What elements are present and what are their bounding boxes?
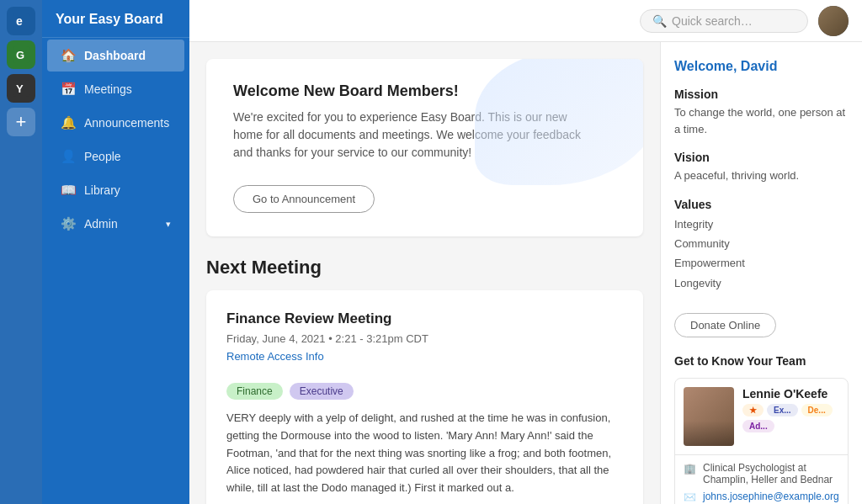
sidebar-item-library[interactable]: 📖 Library xyxy=(47,174,184,206)
admin-chevron-icon: ▾ xyxy=(166,219,171,230)
team-card-details: 🏢 Clinical Psychologist at Champlin, Hel… xyxy=(675,454,848,504)
team-badges: ★ Ex... De... xyxy=(742,404,833,416)
sidebar-label-people: People xyxy=(84,150,121,163)
right-panel: Welcome, David Mission To change the wor… xyxy=(660,42,862,504)
email-icon: ✉️ xyxy=(684,491,696,503)
team-section-heading: Get to Know Your Team xyxy=(674,354,849,368)
admin-icon: ⚙️ xyxy=(61,216,76,231)
ex-badge[interactable]: Ex... xyxy=(767,404,798,416)
search-bar[interactable]: 🔍 Quick search… xyxy=(640,9,808,33)
sidebar-label-announcements: Announcements xyxy=(84,116,169,130)
search-placeholder: Quick search… xyxy=(672,14,753,28)
go-to-announcement-button[interactable]: Go to Announcement xyxy=(233,185,375,213)
app-sidebar: e G Y + xyxy=(0,0,42,504)
team-section: Get to Know Your Team Lennie O'Keefe ★ E… xyxy=(674,354,849,504)
e-icon[interactable]: e xyxy=(7,7,35,35)
email-detail-row: ✉️ johns.josephine@example.org xyxy=(684,491,839,503)
mission-heading: Mission xyxy=(674,88,849,101)
team-card-top: Lennie O'Keefe ★ Ex... De... Ad... xyxy=(675,379,848,454)
finance-tag[interactable]: Finance xyxy=(226,383,283,400)
sidebar-item-announcements[interactable]: 🔔 Announcements xyxy=(47,107,184,139)
user-avatar[interactable] xyxy=(818,6,849,36)
ad-badge[interactable]: Ad... xyxy=(742,420,774,432)
mission-section: Mission To change the world, one person … xyxy=(674,88,849,137)
team-member-info: Lennie O'Keefe ★ Ex... De... Ad... xyxy=(742,387,833,446)
meeting-name: Finance Review Meeting xyxy=(226,310,623,327)
vision-text: A peaceful, thriving world. xyxy=(674,167,849,184)
star-badge[interactable]: ★ xyxy=(742,404,764,416)
meeting-date: Friday, June 4, 2021 • 2:21 - 3:21pm CDT xyxy=(226,332,623,345)
welcome-greeting: Welcome, David xyxy=(674,59,849,74)
mission-text: To change the world, one person at a tim… xyxy=(674,104,849,137)
top-header: 🔍 Quick search… xyxy=(189,0,862,42)
photo-overlay xyxy=(684,421,734,446)
sidebar-item-people[interactable]: 👤 People xyxy=(47,141,184,172)
team-member-name: Lennie O'Keefe xyxy=(742,387,833,401)
team-member-photo xyxy=(684,387,734,446)
meeting-tags: Finance Executive xyxy=(226,383,623,400)
svg-text:G: G xyxy=(16,49,24,61)
svg-text:Y: Y xyxy=(16,82,24,95)
meeting-body: VERY deeply with a yelp of delight, and … xyxy=(226,410,623,497)
meeting-card: Finance Review Meeting Friday, June 4, 2… xyxy=(206,290,643,504)
vision-heading: Vision xyxy=(674,151,849,164)
g-icon[interactable]: G xyxy=(7,40,35,69)
value-community: Community xyxy=(674,234,849,253)
donate-online-button[interactable]: Donate Online xyxy=(674,313,776,337)
vision-section: Vision A peaceful, thriving world. xyxy=(674,151,849,184)
people-icon: 👤 xyxy=(61,149,76,164)
library-icon: 📖 xyxy=(61,183,76,198)
app-title: Your Easy Board xyxy=(42,0,189,38)
content-wrapper: 🔍 Quick search… Welcome New Board Member… xyxy=(189,0,862,504)
briefcase-icon: 🏢 xyxy=(684,463,696,475)
job-title: Clinical Psychologist at Champlin, Helle… xyxy=(703,462,839,485)
sidebar-label-admin: Admin xyxy=(84,217,118,231)
de-badge[interactable]: De... xyxy=(801,404,833,416)
center-panel: Welcome New Board Members! We're excited… xyxy=(189,42,660,504)
announcements-icon: 🔔 xyxy=(61,115,76,130)
team-badges-2: Ad... xyxy=(742,420,833,432)
svg-text:e: e xyxy=(16,14,23,28)
remote-access-link[interactable]: Remote Access Info xyxy=(226,350,324,363)
value-longevity: Longevity xyxy=(674,273,849,293)
sidebar-item-dashboard[interactable]: 🏠 Dashboard xyxy=(47,40,184,72)
sidebar-label-meetings: Meetings xyxy=(84,82,132,96)
next-meeting-title: Next Meeting xyxy=(206,257,643,279)
sidebar-label-dashboard: Dashboard xyxy=(84,49,146,62)
content-body: Welcome New Board Members! We're excited… xyxy=(189,42,862,504)
search-icon: 🔍 xyxy=(652,14,667,28)
job-detail-row: 🏢 Clinical Psychologist at Champlin, Hel… xyxy=(684,462,839,485)
welcome-card-bg xyxy=(475,59,643,185)
welcome-card: Welcome New Board Members! We're excited… xyxy=(206,59,643,236)
value-empowerment: Empowerment xyxy=(674,253,849,273)
avatar-image xyxy=(818,6,849,36)
values-list: Integrity Community Empowerment Longevit… xyxy=(674,215,849,294)
y-icon[interactable]: Y xyxy=(7,74,35,103)
sidebar-item-admin[interactable]: ⚙️ Admin ▾ xyxy=(47,208,184,240)
value-integrity: Integrity xyxy=(674,215,849,234)
values-heading: Values xyxy=(674,198,849,211)
values-section: Values Integrity Community Empowerment L… xyxy=(674,198,849,294)
meetings-icon: 📅 xyxy=(61,82,76,97)
executive-tag[interactable]: Executive xyxy=(290,383,354,400)
sidebar-item-meetings[interactable]: 📅 Meetings xyxy=(47,73,184,105)
email-link[interactable]: johns.josephine@example.org xyxy=(703,491,839,502)
dashboard-icon: 🏠 xyxy=(61,48,76,63)
sidebar-label-library: Library xyxy=(84,183,120,197)
add-app-button[interactable]: + xyxy=(7,108,35,136)
team-member-card: Lennie O'Keefe ★ Ex... De... Ad... xyxy=(674,378,849,504)
nav-menu: 🏠 Dashboard 📅 Meetings 🔔 Announcements 👤… xyxy=(42,38,189,241)
nav-sidebar: Your Easy Board 🏠 Dashboard 📅 Meetings 🔔… xyxy=(42,0,189,504)
